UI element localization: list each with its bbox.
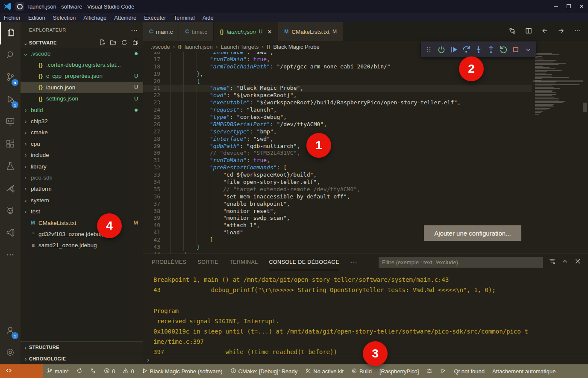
- auto-attach[interactable]: Attachement automatique: [488, 364, 559, 378]
- build-target[interactable]: [RaspberryPico]: [376, 364, 423, 378]
- breadcrumb-item[interactable]: launch.json: [185, 44, 213, 50]
- new-file-button[interactable]: [99, 39, 106, 47]
- minimize-button[interactable]: ─: [550, 0, 562, 13]
- workspace-section-header[interactable]: ⌄ SOFTWARE: [21, 38, 143, 48]
- add-configuration-button[interactable]: Ajouter une configuration...: [424, 225, 521, 241]
- tree-item-cmakelists-txt[interactable]: MCMakeLists.txtM: [21, 217, 143, 228]
- tree-item--vscode[interactable]: ⌄.vscode: [21, 48, 143, 59]
- activity-vs-project[interactable]: [0, 222, 21, 245]
- remote-indicator[interactable]: [0, 364, 43, 378]
- step-into-button[interactable]: [473, 44, 484, 56]
- menu-affichage[interactable]: Affichage: [79, 15, 110, 21]
- tree-item-test[interactable]: ›test: [21, 206, 143, 217]
- close-button[interactable]: ✕: [575, 0, 588, 13]
- tree-item-build[interactable]: ›build: [21, 104, 143, 115]
- tree-item-cmake[interactable]: ›cmake: [21, 127, 143, 138]
- chevron-down-button[interactable]: [523, 44, 534, 56]
- tab-cmakelists-txt[interactable]: MCMakeLists.txtM: [278, 22, 343, 41]
- code-editor[interactable]: 16"interface": "swd",17"runToMain": true…: [143, 52, 588, 254]
- stop-button[interactable]: [510, 44, 521, 56]
- sync-button[interactable]: [73, 364, 86, 378]
- continue-button[interactable]: [448, 44, 459, 56]
- panel-tab-terminal[interactable]: TERMINAL: [229, 254, 258, 270]
- branch-indicator[interactable]: main*: [43, 364, 73, 378]
- breadcrumb-item[interactable]: Launch Targets: [221, 44, 259, 50]
- tree-item-cpu[interactable]: ›cpu: [21, 138, 143, 149]
- panel-tab-probl-mes[interactable]: PROBLÈMES: [152, 254, 186, 270]
- nav-back-button[interactable]: [541, 27, 549, 36]
- activity-search[interactable]: [0, 44, 21, 67]
- section-chronologie[interactable]: ›CHRONOLOGIE: [21, 353, 143, 364]
- activity-more[interactable]: [0, 245, 21, 267]
- tree-item-launch-json[interactable]: {}launch.jsonU: [21, 82, 143, 93]
- sidebar-more-icon[interactable]: ⋯: [131, 26, 138, 34]
- activity-source-control[interactable]: 9: [0, 67, 21, 89]
- menu-terminal[interactable]: Terminal: [170, 15, 199, 21]
- qt-status[interactable]: Qt not found: [450, 364, 488, 378]
- split-editor-button[interactable]: [525, 27, 532, 36]
- activity-run-and-debug[interactable]: 1: [0, 89, 21, 111]
- tree-item-pico-sdk[interactable]: ›pico-sdk: [21, 172, 143, 183]
- minimap[interactable]: [535, 53, 581, 254]
- activity-extensions[interactable]: [0, 133, 21, 156]
- errors-indicator[interactable]: 0: [100, 364, 119, 378]
- menu-edition[interactable]: Edition: [24, 15, 49, 21]
- step-out-button[interactable]: [485, 44, 497, 56]
- section-structure[interactable]: ›STRUCTURE: [21, 341, 143, 353]
- menu-fichier[interactable]: Fichier: [0, 15, 24, 21]
- debug-config[interactable]: Black Magic Probe (software): [138, 364, 226, 378]
- tree-item-platform[interactable]: ›platform: [21, 183, 143, 195]
- activity-remote-explorer[interactable]: [0, 111, 21, 133]
- breadcrumb-item[interactable]: Black Magic Probe: [273, 44, 319, 50]
- clear-console-button[interactable]: [549, 258, 556, 266]
- restart-button[interactable]: [498, 44, 509, 56]
- new-folder-button[interactable]: [110, 39, 117, 47]
- tree-item-chip32[interactable]: ›chip32: [21, 115, 143, 127]
- panel-tab-sortie[interactable]: SORTIE: [197, 254, 218, 270]
- tree-item-include[interactable]: ›include: [21, 150, 143, 161]
- warnings-indicator[interactable]: 0: [119, 364, 138, 378]
- restore-button[interactable]: ❐: [562, 0, 575, 13]
- activity-testing[interactable]: [0, 156, 21, 178]
- breadcrumb-item[interactable]: .vscode: [151, 44, 170, 50]
- git-graph-button[interactable]: [86, 364, 100, 378]
- tree-item-samd21-ozone-jdebug[interactable]: ≡samd21_ozone.jdebug: [21, 240, 143, 251]
- collapse-all-button[interactable]: [132, 39, 139, 47]
- menu-exécuter[interactable]: Exécuter: [140, 15, 170, 21]
- editor-scrollbar[interactable]: [582, 52, 588, 254]
- maximize-panel-button[interactable]: [562, 258, 568, 266]
- tab-main-c[interactable]: Cmain.c: [143, 22, 179, 41]
- debug-filter-input[interactable]: [379, 257, 543, 268]
- tree-item-library[interactable]: ›library: [21, 161, 143, 172]
- scrollbar-handle[interactable]: [583, 103, 587, 112]
- refresh-button[interactable]: [121, 39, 128, 47]
- more-button[interactable]: [573, 27, 581, 36]
- power-button[interactable]: [436, 44, 447, 56]
- kit-selector[interactable]: No active kit: [301, 364, 347, 378]
- tree-item--cortex-debug-registers-stat-[interactable]: {}.cortex-debug.registers.stat...: [21, 59, 143, 70]
- nav-forward-button[interactable]: [557, 27, 565, 36]
- tree-item-system[interactable]: ›system: [21, 195, 143, 206]
- step-over-button[interactable]: [461, 44, 472, 56]
- run-button[interactable]: [436, 364, 450, 378]
- activity-account[interactable]: 1: [0, 320, 21, 342]
- menu-sélection[interactable]: Sélection: [49, 15, 79, 21]
- debug-button[interactable]: [423, 364, 436, 378]
- activity-send-tools[interactable]: [0, 178, 21, 200]
- tree-item-gd32vf103-ozone-jdebug[interactable]: ≡gd32vf103_ozone.jdebug: [21, 228, 143, 239]
- panel-tab-console-de-d-bogage[interactable]: CONSOLE DE DÉBOGAGE: [269, 254, 340, 270]
- tree-item-c-cpp-properties-json[interactable]: {}c_cpp_properties.jsonU: [21, 71, 143, 82]
- tab-time-c[interactable]: Ctime.c: [179, 22, 214, 41]
- menu-atteindre[interactable]: Atteindre: [110, 15, 140, 21]
- tree-item-settings-json[interactable]: {}settings.jsonU: [21, 93, 143, 104]
- close-panel-button[interactable]: [574, 258, 581, 266]
- open-changes-button[interactable]: [509, 27, 516, 36]
- close-icon[interactable]: ✕: [267, 29, 272, 35]
- panel-more-icon[interactable]: ⋯: [350, 258, 357, 266]
- build-button[interactable]: Build: [347, 364, 376, 378]
- tab-launch-json[interactable]: {}launch.jsonU✕: [214, 22, 278, 41]
- activity-settings[interactable]: [0, 342, 21, 364]
- cmake-status[interactable]: CMake: [Debug]: Ready: [226, 364, 302, 378]
- activity-explorer[interactable]: [0, 22, 21, 44]
- menu-aide[interactable]: Aide: [199, 15, 218, 21]
